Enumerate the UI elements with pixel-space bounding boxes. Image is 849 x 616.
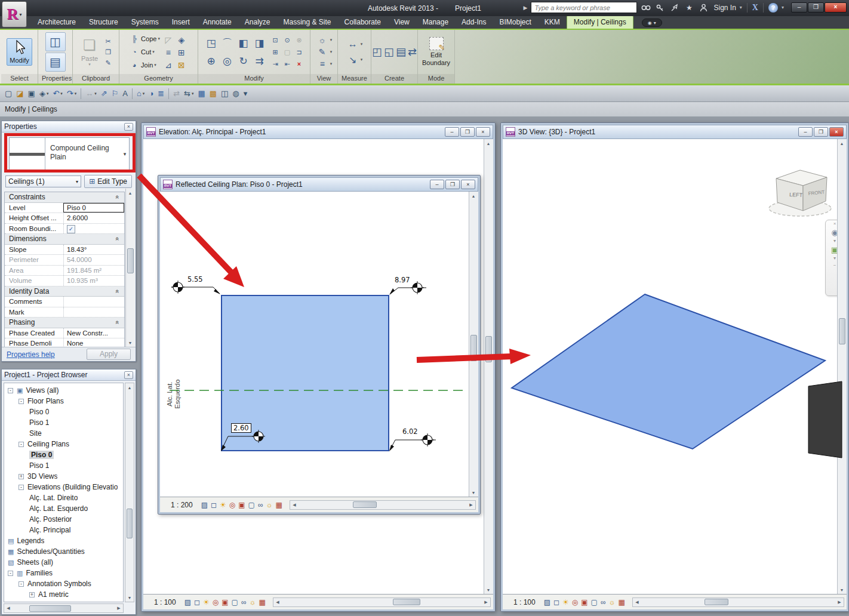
properties-help-link[interactable]: Properties help	[7, 350, 55, 359]
section-icon[interactable]: ◑	[149, 89, 153, 98]
create-panel-label[interactable]: Create	[371, 74, 417, 84]
spot-elevation-value[interactable]: 8.97	[395, 276, 410, 284]
material-browser-icon[interactable]: ◫	[45, 32, 66, 51]
modify-panel-label[interactable]: Modify	[198, 74, 310, 84]
temporary-hide-icon[interactable]: ∞	[241, 598, 247, 606]
application-menu-button[interactable]: R ▾	[2, 1, 27, 27]
scroll-up-icon[interactable]: ▲	[469, 192, 478, 200]
browser-horizontal-scrollbar[interactable]: ◀ ▶	[4, 603, 124, 613]
properties-palette-icon[interactable]: ▤	[45, 53, 66, 72]
ruler-icon[interactable]: ↔▾	[346, 38, 363, 50]
scale-label[interactable]: 1 : 100	[513, 598, 536, 606]
ribbon-tab[interactable]: Add-Ins	[455, 16, 493, 29]
tree-item[interactable]: Site	[4, 428, 123, 439]
property-row[interactable]: Dimensions	[5, 234, 124, 245]
tree-item[interactable]: + 3D Views	[4, 471, 123, 482]
array-icon[interactable]: ⊞	[270, 47, 281, 57]
detail-level-icon[interactable]: ▨	[184, 598, 191, 606]
tree-toggle-icon[interactable]: +	[19, 474, 24, 479]
new-file-icon[interactable]: ▢	[5, 89, 12, 98]
maximize-button[interactable]: ❐	[808, 2, 824, 13]
search-input[interactable]	[531, 2, 637, 13]
navbar-caret-icon[interactable]: ▾	[833, 239, 836, 244]
ribbon-tab[interactable]: Collaborate	[338, 16, 387, 29]
minimize-button[interactable]: –	[791, 2, 807, 13]
property-row[interactable]: Phasing	[5, 318, 124, 328]
crop-view-icon[interactable]: ▣	[222, 598, 228, 606]
demolish-icon[interactable]: ⊞	[175, 46, 188, 59]
workshare-icon[interactable]: ◈▾	[39, 89, 49, 98]
tree-item[interactable]: - Ceiling Plans	[4, 439, 123, 449]
tree-toggle-icon[interactable]: -	[19, 581, 24, 587]
analytical-model-icon[interactable]: ▦	[619, 598, 625, 606]
close-button[interactable]: ×	[476, 127, 490, 137]
search-expand-icon[interactable]: ▶	[524, 5, 528, 11]
open-file-icon[interactable]: ◪	[16, 89, 23, 98]
copy-icon[interactable]: ◎	[221, 54, 234, 67]
switch-windows-icon[interactable]: ⇆▾	[184, 89, 193, 98]
split-with-gap-icon[interactable]: ◨	[253, 36, 266, 50]
scrollbar-thumb[interactable]	[705, 599, 728, 605]
vertical-scrollbar[interactable]: ▲ ▼	[837, 139, 847, 594]
mirror-icon[interactable]: ⊡	[270, 35, 281, 45]
navbar-close-icon[interactable]: ×	[833, 221, 836, 227]
tree-item[interactable]: Alç. Principal	[4, 525, 123, 535]
visual-style-icon[interactable]: ◻	[211, 501, 217, 509]
undo-icon[interactable]: ↶▾	[53, 89, 62, 98]
type-selector[interactable]: Compound Ceiling Plain ▾	[9, 137, 130, 171]
select-panel-label[interactable]: Select	[1, 74, 38, 84]
ribbon-tab[interactable]: View	[387, 16, 416, 29]
scroll-left-icon[interactable]: ◀	[633, 598, 641, 606]
paint-icon[interactable]: ◈	[175, 33, 188, 47]
ribbon-tab[interactable]: Massing & Site	[277, 16, 338, 29]
join-button[interactable]: ◕ Join ▾	[129, 59, 160, 72]
user-interface-icon[interactable]: ◫	[221, 89, 228, 98]
measure-panel-label[interactable]: Measure	[338, 74, 371, 84]
property-row[interactable]: Level Piso 0	[5, 203, 124, 214]
properties-palette-titlebar[interactable]: Properties ×	[2, 121, 136, 133]
horizontal-scrollbar[interactable]: ◀ ▶	[632, 597, 844, 607]
favorites-star-icon[interactable]: ★	[684, 2, 694, 13]
mode-panel-label[interactable]: Mode	[418, 74, 454, 84]
scroll-down-icon[interactable]: ▼	[469, 488, 478, 497]
sun-path-icon[interactable]: ☀	[562, 598, 569, 606]
detail-level-icon[interactable]: ▨	[201, 501, 208, 509]
linework-icon[interactable]: ✎▾	[316, 46, 333, 58]
property-row[interactable]: Perimeter 54.0000	[5, 255, 124, 266]
scroll-down-icon[interactable]: ▼	[125, 593, 134, 602]
scrollbar-thumb[interactable]	[485, 336, 492, 362]
tree-toggle-icon[interactable]: -	[19, 442, 24, 447]
exchange-apps-icon[interactable]: X	[752, 3, 758, 13]
ribbon-tab[interactable]: Modify | Ceilings	[567, 16, 633, 29]
crop-region-icon[interactable]: ▢	[591, 598, 598, 606]
reveal-hidden-icon[interactable]: ☼	[250, 598, 256, 606]
cope-button[interactable]: ╠ Cope ▾	[129, 33, 160, 45]
thin-lines-icon[interactable]: ≣	[158, 89, 164, 98]
element-filter-dropdown[interactable]: Ceilings (1) ▾	[5, 175, 81, 187]
close-button[interactable]: ×	[829, 127, 844, 137]
maximize-button[interactable]: ❐	[445, 180, 460, 189]
crop-view-icon[interactable]: ▣	[581, 598, 587, 606]
default-3d-view-icon[interactable]: ⌂▾	[137, 89, 144, 98]
ceiling-plan-canvas[interactable]: 5.55 8.97 2.60 6.02 Alc. Lat.Esquerdo ▲ …	[160, 192, 478, 497]
tree-item[interactable]: ▦ Schedules/Quantities	[4, 546, 123, 557]
lightbulb-icon[interactable]: ☼▾	[316, 34, 333, 46]
tree-item[interactable]: - ▥ Families	[4, 568, 123, 578]
property-row[interactable]: Phase Created New Constr...	[5, 328, 124, 339]
tree-toggle-icon[interactable]: -	[19, 485, 24, 490]
qat-customize-icon[interactable]: ▾	[244, 89, 248, 98]
scrollbar-thumb[interactable]	[353, 501, 377, 508]
geometry-panel-label[interactable]: Geometry	[119, 74, 198, 84]
property-row[interactable]: Volume 10.935 m³	[5, 276, 124, 287]
tree-item[interactable]: - Elevations (Building Elevatio	[4, 482, 123, 492]
scroll-right-icon[interactable]: ▶	[115, 604, 123, 612]
sun-path-icon[interactable]: ☀	[203, 598, 210, 606]
ribbon-tab[interactable]: Systems	[125, 16, 165, 29]
tree-item[interactable]: + Automatic Up/Down Dir	[4, 600, 123, 602]
tree-item[interactable]: - Floor Plans	[4, 396, 123, 406]
spot-elevation-value[interactable]: 5.55	[187, 275, 203, 284]
vertical-scrollbar[interactable]: ▲ ▼	[469, 192, 478, 497]
ribbon-tab[interactable]: KKM	[538, 16, 567, 29]
scroll-up-icon[interactable]: ▲	[125, 383, 134, 392]
scrollbar-thumb[interactable]	[470, 335, 477, 361]
